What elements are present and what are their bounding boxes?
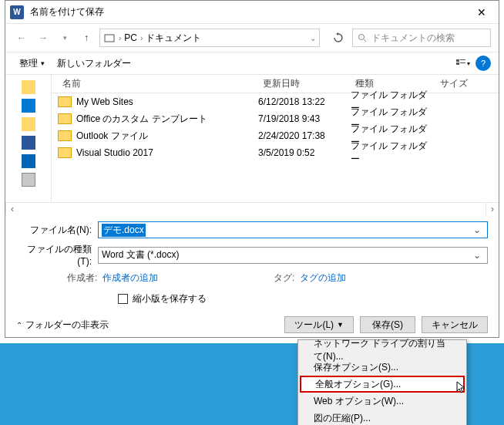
chevron-down-icon[interactable]: ⌄	[470, 224, 484, 235]
menu-item-general-options[interactable]: 全般オプション(G)...	[300, 376, 465, 393]
menu-item-compress-pictures[interactable]: 図の圧縮(P)...	[300, 410, 465, 425]
h-scrollbar[interactable]: ‹ ›	[5, 202, 499, 215]
svg-rect-0	[105, 35, 114, 42]
filename-value: デモ.docx	[102, 224, 146, 237]
filetype-value: Word 文書 (*.docx)	[102, 248, 470, 261]
folder-icon	[58, 130, 72, 141]
chevron-down-icon: ▼	[337, 321, 344, 329]
col-size[interactable]: サイズ	[435, 77, 482, 90]
svg-rect-4	[456, 62, 459, 65]
breadcrumb[interactable]: › PC › ドキュメント ⌄	[99, 29, 320, 47]
window-title: 名前を付けて保存	[30, 5, 464, 19]
close-button[interactable]: ✕	[464, 1, 499, 24]
svg-line-2	[364, 39, 366, 42]
chevron-down-icon: ⌃	[16, 321, 22, 329]
toolbar: 整理 ▾ 新しいフォルダー ▾ ?	[5, 52, 499, 75]
author-label: 作成者:	[67, 272, 97, 283]
save-button[interactable]: 保存(S)	[360, 316, 415, 333]
chevron-right-icon: ›	[140, 34, 143, 42]
search-input[interactable]: ドキュメントの検索	[352, 29, 491, 47]
add-tag-link[interactable]: タグの追加	[300, 272, 346, 283]
filename-field[interactable]: デモ.docx ⌄	[98, 221, 488, 238]
folder-icon	[58, 113, 72, 124]
svg-rect-3	[456, 59, 459, 62]
search-icon	[358, 33, 367, 42]
menu-item-web-options[interactable]: Web オプション(W)...	[300, 393, 465, 410]
scroll-left-button[interactable]: ‹	[5, 203, 18, 215]
sidebar-item[interactable]	[5, 96, 51, 115]
word-icon: W	[10, 5, 24, 19]
sidebar-item[interactable]	[5, 78, 51, 96]
thumbnail-label: 縮小版を保存する	[133, 292, 207, 305]
col-date[interactable]: 更新日時	[258, 77, 351, 90]
crumb-pc[interactable]: PC	[124, 32, 137, 43]
add-author-link[interactable]: 作成者の追加	[102, 272, 158, 283]
filename-label: ファイル名(N):	[16, 224, 92, 237]
svg-rect-6	[460, 62, 465, 63]
cancel-button[interactable]: キャンセル	[422, 316, 488, 333]
forward-button: →	[35, 29, 52, 46]
help-button[interactable]: ?	[475, 56, 491, 71]
svg-rect-5	[460, 59, 465, 60]
sidebar-item[interactable]	[5, 170, 51, 189]
thumbnail-checkbox[interactable]	[118, 294, 128, 304]
sidebar-item[interactable]	[5, 115, 51, 133]
filetype-field[interactable]: Word 文書 (*.docx) ⌄	[98, 247, 488, 264]
cursor-icon	[456, 381, 467, 393]
search-placeholder: ドキュメントの検索	[371, 32, 455, 45]
titlebar: W 名前を付けて保存 ✕	[5, 1, 499, 24]
hide-folders-button[interactable]: ⌃ フォルダーの非表示	[16, 319, 278, 332]
save-as-dialog: W 名前を付けて保存 ✕ ← → ▾ ↑ › PC › ドキュメント ⌄ ドキュ…	[5, 0, 499, 338]
tools-menu: ネットワーク ドライブの割り当て(N)... 保存オプション(S)... 全般オ…	[297, 339, 467, 425]
scroll-right-button[interactable]: ›	[486, 203, 499, 215]
file-list: 名前 更新日時 種類 サイズ My Web Sites6/12/2018 13:…	[52, 75, 499, 202]
crumb-documents[interactable]: ドキュメント	[146, 32, 201, 45]
tools-button[interactable]: ツール(L)▼	[284, 316, 354, 333]
chevron-right-icon: ›	[119, 34, 121, 42]
menu-item-map-network[interactable]: ネットワーク ドライブの割り当て(N)...	[300, 342, 465, 359]
svg-point-1	[359, 35, 365, 40]
recent-dropdown[interactable]: ▾	[56, 29, 73, 46]
col-name[interactable]: 名前	[58, 77, 258, 90]
view-options-button[interactable]: ▾	[454, 55, 471, 72]
file-row[interactable]: Visual Studio 20173/5/2019 0:52ファイル フォルダ…	[52, 144, 499, 161]
chevron-down-icon[interactable]: ⌄	[470, 250, 484, 261]
new-folder-button[interactable]: 新しいフォルダー	[51, 56, 137, 72]
sidebar-item[interactable]	[5, 152, 51, 170]
folder-icon	[58, 147, 72, 158]
chevron-down-icon[interactable]: ⌄	[310, 34, 316, 42]
nav-row: ← → ▾ ↑ › PC › ドキュメント ⌄ ドキュメントの検索	[5, 24, 499, 52]
up-button[interactable]: ↑	[78, 29, 95, 46]
folder-icon	[58, 96, 72, 107]
tag-label: タグ:	[274, 272, 294, 283]
sidebar	[5, 75, 52, 202]
refresh-button[interactable]	[329, 29, 348, 47]
organize-button[interactable]: 整理 ▾	[13, 56, 51, 72]
back-button[interactable]: ←	[13, 29, 30, 46]
sidebar-item[interactable]	[5, 133, 51, 152]
folder-icon	[103, 32, 116, 44]
filetype-label: ファイルの種類(T):	[16, 243, 92, 267]
